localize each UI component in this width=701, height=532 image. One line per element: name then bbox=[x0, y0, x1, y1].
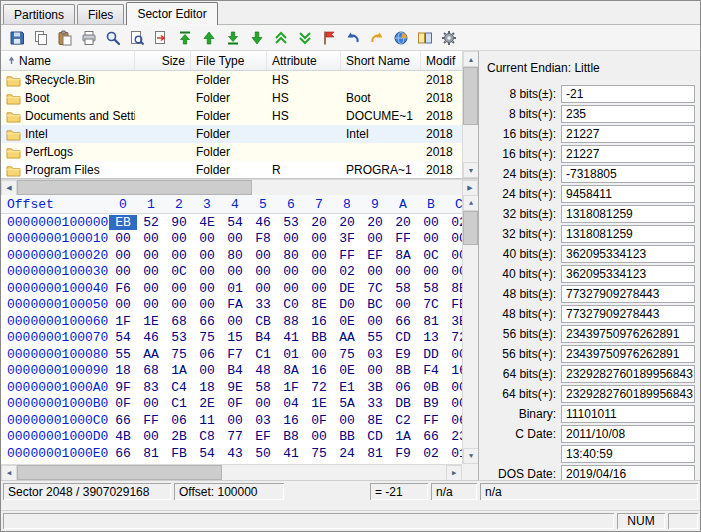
interpreter-value[interactable]: -7318805 bbox=[561, 165, 695, 183]
scroll-up-button[interactable]: ▲ bbox=[463, 51, 478, 67]
hex-byte[interactable]: 00 bbox=[305, 264, 333, 279]
hex-byte[interactable]: C1 bbox=[249, 347, 277, 362]
hex-byte[interactable]: 11 bbox=[193, 413, 221, 428]
file-row[interactable]: BootFolderHSBoot2018 bbox=[1, 89, 478, 107]
hex-byte[interactable]: 00 bbox=[165, 231, 193, 246]
hex-byte[interactable]: 15 bbox=[221, 330, 249, 345]
hex-byte[interactable]: 8A bbox=[389, 248, 417, 263]
hex-byte[interactable]: 0F bbox=[305, 413, 333, 428]
hex-byte[interactable]: 00 bbox=[137, 297, 165, 312]
toolbar-button-find-file[interactable] bbox=[125, 27, 148, 49]
hex-byte[interactable]: 16 bbox=[277, 413, 305, 428]
toolbar-button-bookmark[interactable] bbox=[317, 27, 340, 49]
hex-byte[interactable]: 00 bbox=[249, 396, 277, 411]
toolbar-button-copy[interactable] bbox=[29, 27, 52, 49]
hex-byte[interactable]: 5A bbox=[333, 396, 361, 411]
scroll-right-button[interactable]: ▶ bbox=[462, 180, 478, 196]
hex-byte[interactable]: 2E bbox=[193, 396, 221, 411]
scroll-down-button[interactable]: ▼ bbox=[463, 448, 478, 464]
hex-byte[interactable]: 06 bbox=[389, 380, 417, 395]
hex-byte[interactable]: 16 bbox=[305, 314, 333, 329]
hex-byte[interactable]: 18 bbox=[193, 380, 221, 395]
hex-byte[interactable]: FF bbox=[333, 248, 361, 263]
toolbar-button-prev-sector[interactable] bbox=[269, 27, 292, 49]
hex-byte[interactable]: 00 bbox=[249, 248, 277, 263]
hex-byte[interactable]: 00 bbox=[165, 248, 193, 263]
interpreter-value[interactable]: 23439750976262891 bbox=[561, 325, 695, 343]
column-header-attribute[interactable]: Attribute bbox=[267, 51, 341, 70]
hex-byte[interactable]: 41 bbox=[277, 330, 305, 345]
hex-byte[interactable]: 00 bbox=[137, 231, 165, 246]
hex-byte[interactable]: 1F bbox=[109, 314, 137, 329]
hex-byte[interactable]: 00 bbox=[109, 264, 137, 279]
interpreter-value[interactable]: 13:40:59 bbox=[561, 445, 695, 463]
hex-byte[interactable]: 80 bbox=[277, 248, 305, 263]
hex-byte[interactable]: 1F bbox=[277, 380, 305, 395]
hex-byte[interactable]: 1A bbox=[389, 429, 417, 444]
hex-byte[interactable]: FF bbox=[417, 413, 445, 428]
hex-byte[interactable]: 81 bbox=[361, 446, 389, 461]
interpreter-value[interactable]: 21227 bbox=[561, 125, 695, 143]
hex-byte[interactable]: C8 bbox=[193, 429, 221, 444]
hex-byte[interactable]: 90 bbox=[165, 215, 193, 230]
interpreter-value[interactable]: -21 bbox=[561, 85, 695, 103]
interpreter-value[interactable]: 77327909278443 bbox=[561, 285, 695, 303]
hex-byte[interactable]: 55 bbox=[361, 330, 389, 345]
hex-byte[interactable]: 18 bbox=[109, 363, 137, 378]
hex-byte[interactable]: F9 bbox=[389, 446, 417, 461]
hex-byte[interactable]: 0C bbox=[165, 264, 193, 279]
hex-byte[interactable]: 01 bbox=[277, 347, 305, 362]
hex-byte[interactable]: 54 bbox=[193, 446, 221, 461]
toolbar-button-page-up[interactable] bbox=[197, 27, 220, 49]
hex-byte[interactable]: 00 bbox=[221, 413, 249, 428]
hex-byte[interactable]: 00 bbox=[361, 264, 389, 279]
hex-byte[interactable]: 00 bbox=[389, 297, 417, 312]
hex-byte[interactable]: CB bbox=[249, 314, 277, 329]
hex-byte[interactable]: 43 bbox=[221, 446, 249, 461]
hex-byte[interactable]: 00 bbox=[389, 264, 417, 279]
hex-byte[interactable]: CD bbox=[389, 330, 417, 345]
hex-byte[interactable]: 00 bbox=[193, 248, 221, 263]
hex-byte[interactable]: 0C bbox=[417, 248, 445, 263]
hex-byte[interactable]: 00 bbox=[109, 231, 137, 246]
hex-byte[interactable]: FF bbox=[137, 413, 165, 428]
hex-byte[interactable]: 46 bbox=[249, 215, 277, 230]
column-header-size[interactable]: Size bbox=[135, 51, 191, 70]
toolbar-button-compare[interactable] bbox=[413, 27, 436, 49]
hex-byte[interactable]: F4 bbox=[417, 363, 445, 378]
hex-byte[interactable]: 00 bbox=[417, 264, 445, 279]
file-row[interactable]: Program FilesFolderRPROGRA~12018 bbox=[1, 161, 478, 178]
hex-byte[interactable]: 81 bbox=[417, 314, 445, 329]
hex-byte[interactable]: 02 bbox=[417, 446, 445, 461]
toolbar-button-next-sector[interactable] bbox=[293, 27, 316, 49]
hex-byte[interactable]: AA bbox=[137, 347, 165, 362]
hex-byte[interactable]: 00 bbox=[305, 281, 333, 296]
hex-byte[interactable]: 01 bbox=[221, 281, 249, 296]
column-header-short-name[interactable]: Short Name bbox=[341, 51, 421, 70]
hex-byte[interactable]: B4 bbox=[221, 363, 249, 378]
hex-byte[interactable]: C4 bbox=[165, 380, 193, 395]
hex-byte[interactable]: 68 bbox=[165, 314, 193, 329]
hex-byte[interactable]: 00 bbox=[165, 297, 193, 312]
scroll-thumb[interactable] bbox=[463, 67, 478, 125]
scroll-right-button[interactable]: ▶ bbox=[446, 465, 462, 480]
hex-byte[interactable]: FA bbox=[221, 297, 249, 312]
hex-byte[interactable]: B9 bbox=[417, 396, 445, 411]
scroll-track[interactable] bbox=[463, 211, 478, 448]
hex-byte[interactable]: E1 bbox=[333, 380, 361, 395]
hex-byte[interactable]: 54 bbox=[109, 330, 137, 345]
hex-byte[interactable]: 02 bbox=[333, 264, 361, 279]
hex-byte[interactable]: 4E bbox=[193, 215, 221, 230]
interpreter-value[interactable]: 77327909278443 bbox=[561, 305, 695, 323]
hex-byte[interactable]: 48 bbox=[249, 363, 277, 378]
hex-byte[interactable]: 00 bbox=[361, 363, 389, 378]
hex-byte[interactable]: 20 bbox=[389, 215, 417, 230]
hex-byte[interactable]: DD bbox=[417, 347, 445, 362]
interpreter-value[interactable]: 21227 bbox=[561, 145, 695, 163]
hex-byte[interactable]: 16 bbox=[305, 363, 333, 378]
hex-byte[interactable]: 00 bbox=[333, 413, 361, 428]
hex-byte[interactable]: 68 bbox=[137, 363, 165, 378]
file-row[interactable]: IntelFolderIntel2018 bbox=[1, 125, 478, 143]
hex-byte[interactable]: 00 bbox=[417, 215, 445, 230]
hex-byte[interactable]: 00 bbox=[109, 297, 137, 312]
